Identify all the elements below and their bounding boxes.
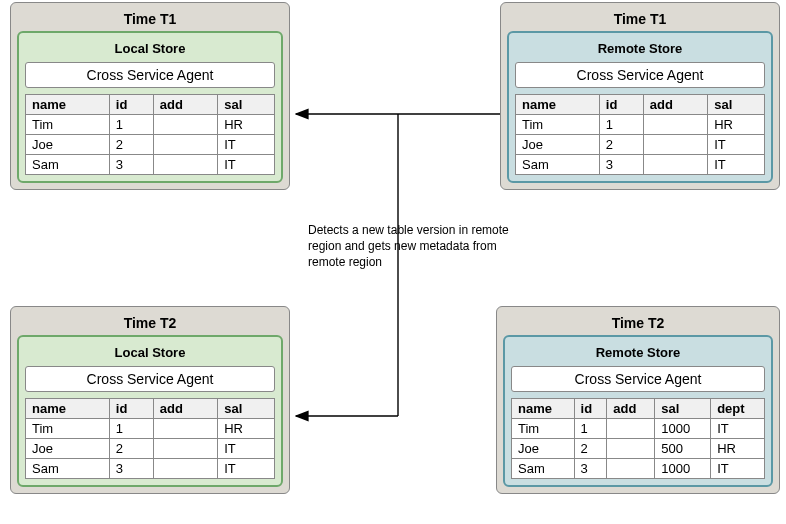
store-title: Local Store — [25, 343, 275, 366]
store-title: Remote Store — [511, 343, 765, 366]
col-name: name — [512, 399, 575, 419]
store-remote-t2: Remote Store Cross Service Agent name id… — [503, 335, 773, 487]
panel-t1-remote: Time T1 Remote Store Cross Service Agent… — [500, 2, 780, 190]
col-id: id — [109, 95, 153, 115]
table-row: Tim 1 1000 IT — [512, 419, 765, 439]
data-table-t2-local: name id add sal Tim 1 HR Joe 2 IT — [25, 398, 275, 479]
table-header-row: name id add sal — [26, 399, 275, 419]
table-row: Joe 2 IT — [26, 135, 275, 155]
col-name: name — [516, 95, 600, 115]
panel-t1-local: Time T1 Local Store Cross Service Agent … — [10, 2, 290, 190]
agent-label: Cross Service Agent — [515, 62, 765, 88]
panel-title: Time T1 — [17, 9, 283, 31]
col-name: name — [26, 399, 110, 419]
table-row: Joe 2 500 HR — [512, 439, 765, 459]
table-row: Tim 1 HR — [516, 115, 765, 135]
panel-t2-remote: Time T2 Remote Store Cross Service Agent… — [496, 306, 780, 494]
agent-label: Cross Service Agent — [25, 62, 275, 88]
col-id: id — [574, 399, 607, 419]
table-row: Joe 2 IT — [516, 135, 765, 155]
col-sal: sal — [655, 399, 711, 419]
col-add: add — [643, 95, 708, 115]
data-table-t1-local: name id add sal Tim 1 HR Joe 2 IT — [25, 94, 275, 175]
table-row: Tim 1 HR — [26, 115, 275, 135]
panel-title: Time T1 — [507, 9, 773, 31]
agent-label: Cross Service Agent — [511, 366, 765, 392]
panel-title: Time T2 — [503, 313, 773, 335]
col-id: id — [599, 95, 643, 115]
table-row: Sam 3 IT — [516, 155, 765, 175]
col-add: add — [153, 399, 218, 419]
table-row: Joe 2 IT — [26, 439, 275, 459]
table-header-row: name id add sal — [26, 95, 275, 115]
col-sal: sal — [218, 95, 275, 115]
table-header-row: name id add sal dept — [512, 399, 765, 419]
agent-label: Cross Service Agent — [25, 366, 275, 392]
panel-t2-local: Time T2 Local Store Cross Service Agent … — [10, 306, 290, 494]
col-sal: sal — [708, 95, 765, 115]
store-title: Local Store — [25, 39, 275, 62]
table-row: Sam 3 1000 IT — [512, 459, 765, 479]
store-remote-t1: Remote Store Cross Service Agent name id… — [507, 31, 773, 183]
table-header-row: name id add sal — [516, 95, 765, 115]
col-id: id — [109, 399, 153, 419]
col-add: add — [607, 399, 655, 419]
table-row: Sam 3 IT — [26, 155, 275, 175]
data-table-t2-remote: name id add sal dept Tim 1 1000 IT Joe — [511, 398, 765, 479]
table-row: Sam 3 IT — [26, 459, 275, 479]
table-row: Tim 1 HR — [26, 419, 275, 439]
col-dept: dept — [711, 399, 765, 419]
col-name: name — [26, 95, 110, 115]
panel-title: Time T2 — [17, 313, 283, 335]
caption-text: Detects a new table version in remote re… — [308, 222, 518, 271]
store-title: Remote Store — [515, 39, 765, 62]
col-add: add — [153, 95, 218, 115]
data-table-t1-remote: name id add sal Tim 1 HR Joe 2 IT — [515, 94, 765, 175]
store-local-t1: Local Store Cross Service Agent name id … — [17, 31, 283, 183]
col-sal: sal — [218, 399, 275, 419]
store-local-t2: Local Store Cross Service Agent name id … — [17, 335, 283, 487]
